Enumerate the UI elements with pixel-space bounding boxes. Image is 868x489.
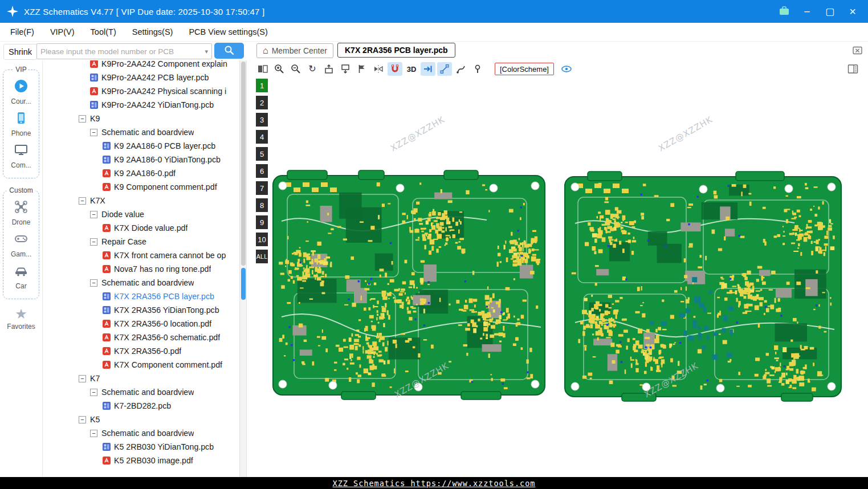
sidebar-item-car[interactable]: Car [3,263,39,290]
pcb-file-icon [103,292,111,300]
member-center-button[interactable]: ⌂ Member Center [256,43,333,58]
tree-item[interactable]: −K7 [43,372,239,385]
tree-item[interactable]: −K5 [43,413,239,426]
top-layer-icon[interactable] [321,62,336,76]
menu-item[interactable]: PCB View settings(S) [189,27,267,36]
tree-collapse-icon[interactable]: − [90,238,97,246]
tree-item[interactable]: K5 2RB030 image.pdf [43,454,239,467]
tree-item[interactable]: −K9 [43,112,239,125]
tree-collapse-icon[interactable]: − [90,211,97,218]
tree-collapse-icon[interactable]: − [90,129,97,136]
probe-pin-icon[interactable] [470,62,485,76]
chevron-down-icon[interactable]: ▾ [205,48,211,55]
status-link[interactable]: XZZ Schematics https://www.xzztools.com [333,479,536,488]
sidebar-item-play-circle[interactable]: Cour... [3,79,39,105]
tree-item[interactable]: K9 2AA186-0 PCB layer.pcb [43,139,239,153]
tree-item-label: K7X 2RA356-0 location.pdf [114,319,211,328]
tree-item[interactable]: −Repair Case [43,235,239,248]
tree-item[interactable]: −Diode value [43,207,239,221]
sidebar-group-vip: VIPCour...PhoneCom... [3,66,39,178]
pcb-canvas[interactable]: XZZ@XZZHKXZZ@XZZHKXZZ@XZZHKXZZ@XZZHK [247,78,868,477]
colorscheme-button[interactable]: [ColorScheme] [495,63,554,75]
menu-item[interactable]: Settings(S) [132,27,173,36]
tree-item[interactable]: K9 2AA186-0.pdf [43,166,239,180]
layer-list-icon[interactable] [845,62,860,76]
split-view-icon[interactable] [255,62,270,76]
tree-item[interactable]: K7X 2RA356-0 schematic.pdf [43,331,239,344]
sidebar-item-favorites[interactable]: ★ Favorites [0,307,42,331]
menu-item[interactable]: File(F) [10,27,34,36]
sidebar-item-gamepad[interactable]: Gam... [3,231,39,258]
tree-item[interactable]: −Schematic and boardview [43,426,239,440]
tree-collapse-icon[interactable]: − [90,430,97,437]
tree-item[interactable]: −Schematic and boardview [43,385,239,399]
minimize-button[interactable]: – [800,4,814,19]
tree-item[interactable]: −Schematic and boardview [43,276,239,290]
tree-scrollbar[interactable] [239,60,247,477]
file-tree-panel: K9Pro-2AA242 Component explainK9Pro-2AA2… [43,60,239,477]
measure-diagonal-icon[interactable] [437,62,452,76]
pcb-file-icon [103,142,111,150]
tree-item-label: Schematic and boardview [101,278,194,287]
eye-icon[interactable] [559,62,574,76]
tree-item[interactable]: K9 Component comment.pdf [43,180,239,194]
close-button[interactable]: × [845,4,860,19]
maximize-button[interactable]: ▢ [822,4,837,19]
tree-item[interactable]: K7X 2RA356 PCB layer.pcb [43,290,239,303]
zoom-in-icon[interactable] [272,62,287,76]
shrink-button[interactable]: Shrink [3,44,37,60]
menu-item[interactable]: VIP(V) [50,27,75,36]
refresh-view-icon[interactable]: ↻ [305,62,320,76]
tree-item-label: Diode value [101,210,144,219]
tree-item[interactable]: K7X Component comment.pdf [43,358,239,372]
pdf-file-icon [103,224,111,232]
sidebar-item-drone[interactable]: Drone [3,199,39,226]
tree-item[interactable]: K5 2RB030 YiDianTong.pcb [43,440,239,454]
tree-item-label: K9Pro-2AA242 YiDianTong.pcb [101,100,214,109]
phone-icon [14,111,28,128]
search-button[interactable] [214,43,244,59]
tree-item-label: K7X 2RA356-0 schematic.pdf [114,333,220,342]
tree-collapse-icon[interactable]: − [90,279,97,287]
tree-collapse-icon[interactable]: − [79,375,86,382]
tree-collapse-icon[interactable]: − [79,416,86,423]
tree-item[interactable]: −Schematic and boardview [43,125,239,139]
tree-item[interactable]: K7X 2RA356-0.pdf [43,344,239,358]
pcb-file-icon [90,101,98,109]
panel-close-icon[interactable] [852,45,862,55]
tree-item[interactable]: K9Pro-2AA242 Physical scanning i [43,84,239,98]
tab-pcb-file[interactable]: K7X 2RA356 PCB layer.pcb [337,43,455,58]
tree-item[interactable]: K7X 2RA356-0 location.pdf [43,317,239,331]
sidebar-item-phone[interactable]: Phone [3,111,39,137]
vip-briefcase-icon[interactable] [777,4,792,19]
scrollbar-quick-thumb[interactable] [241,268,246,300]
curve-tool-icon[interactable] [454,62,468,76]
pdf-file-icon [103,320,111,328]
jump-arrow-icon[interactable] [421,62,435,76]
tree-item[interactable]: K7X 2RA356 YiDianTong.pcb [43,303,239,317]
tree-item[interactable]: K9Pro-2AA242 YiDianTong.pcb [43,98,239,112]
tree-item[interactable]: Nova7 has no ring tone.pdf [43,262,239,276]
tree-item[interactable]: K9Pro-2AA242 PCB layer.pcb [43,71,239,84]
tree-collapse-icon[interactable]: − [79,197,86,205]
tree-item[interactable]: K7-2BD282.pcb [43,399,239,413]
magnet-icon[interactable] [388,62,402,76]
3d-view-button[interactable]: 3D [404,62,419,76]
tree-collapse-icon[interactable]: − [79,115,86,123]
sidebar-item-label: Com... [11,161,31,169]
sidebar-item-computer[interactable]: Com... [3,142,39,169]
flag-icon[interactable] [354,62,369,76]
tree-collapse-icon[interactable]: − [90,389,97,396]
tree-item[interactable]: K7X front camera cannot be op [43,248,239,262]
tree-item[interactable]: −K7X [43,194,239,207]
tree-scrollbar-thumb[interactable] [241,62,246,266]
app-window: XZZ Schematics V4.77 [ VIP Due date: 202… [0,0,868,489]
tree-item[interactable]: K9Pro-2AA242 Component explain [43,60,239,71]
tree-item[interactable]: K9 2AA186-0 YiDianTong.pcb [43,153,239,166]
zoom-out-icon[interactable] [288,62,303,76]
menu-item[interactable]: Tool(T) [91,27,116,36]
search-input[interactable] [37,47,205,56]
mirror-icon[interactable] [371,62,386,76]
bottom-layer-icon[interactable] [338,62,353,76]
tree-item[interactable]: K7X Diode value.pdf [43,221,239,235]
